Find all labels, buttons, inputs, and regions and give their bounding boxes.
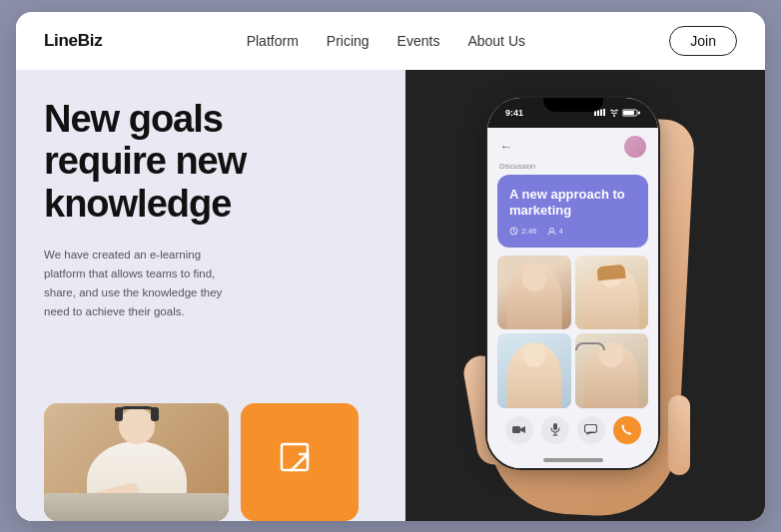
svg-rect-12 bbox=[553, 423, 557, 430]
phone-avatar bbox=[624, 136, 646, 158]
svg-rect-1 bbox=[594, 111, 596, 116]
join-button[interactable]: Join bbox=[669, 26, 737, 56]
video-cell-1 bbox=[497, 256, 571, 329]
nav-links: Platform Pricing Events About Us bbox=[247, 33, 525, 49]
phone-action-bar bbox=[487, 408, 658, 452]
svg-rect-2 bbox=[597, 111, 599, 117]
nav-link-about[interactable]: About Us bbox=[467, 33, 525, 49]
hero-bottom-row bbox=[44, 403, 378, 521]
phone-video-btn[interactable] bbox=[505, 416, 533, 444]
nav-link-platform[interactable]: Platform bbox=[247, 33, 299, 49]
svg-rect-11 bbox=[512, 426, 520, 433]
svg-rect-3 bbox=[600, 110, 602, 117]
video-cell-3 bbox=[497, 333, 571, 407]
phone-back-button[interactable]: ← bbox=[499, 139, 512, 154]
phone-meeting-card[interactable]: A new approach to marketing 2:46 4 bbox=[497, 175, 648, 249]
hero-heading: New goals require new knowledge bbox=[44, 98, 378, 227]
svg-point-10 bbox=[549, 229, 553, 233]
hero-photo bbox=[44, 403, 229, 521]
phone-duration: 2:46 bbox=[521, 227, 537, 236]
phone-call-btn[interactable] bbox=[613, 416, 641, 444]
hero-cta-box[interactable] bbox=[241, 403, 359, 521]
hero-subtext: We have created an e-learning platform t… bbox=[44, 246, 229, 321]
phone-card-meta: 2:46 4 bbox=[509, 227, 636, 236]
phone-mockup: 9:41 ← bbox=[475, 86, 695, 505]
arrow-diagonal-icon bbox=[278, 440, 322, 484]
hero-left-panel: New goals require new knowledge We have … bbox=[16, 70, 405, 521]
phone-device: 9:41 ← bbox=[485, 96, 660, 470]
nav-link-events[interactable]: Events bbox=[397, 33, 440, 49]
nav-link-pricing[interactable]: Pricing bbox=[327, 33, 370, 49]
phone-topbar: ← bbox=[487, 128, 658, 162]
phone-attendees: 4 bbox=[559, 227, 563, 236]
hero-section: New goals require new knowledge We have … bbox=[16, 70, 765, 521]
video-cell-4 bbox=[575, 333, 649, 407]
phone-chat-btn[interactable] bbox=[577, 416, 605, 444]
page-container: LineBiz Platform Pricing Events About Us… bbox=[16, 12, 765, 521]
svg-rect-4 bbox=[603, 109, 605, 116]
phone-home-indicator bbox=[487, 452, 658, 468]
phone-card-title: A new approach to marketing bbox=[509, 187, 636, 220]
brand-logo: LineBiz bbox=[44, 31, 102, 51]
svg-point-5 bbox=[613, 115, 615, 117]
svg-rect-8 bbox=[638, 111, 640, 114]
phone-content: ← Discussion A new approach to marketing… bbox=[487, 128, 658, 468]
phone-discussion-label: Discussion bbox=[487, 162, 658, 171]
svg-rect-15 bbox=[585, 425, 597, 433]
hero-right-panel: 9:41 ← bbox=[405, 70, 765, 521]
video-cell-2 bbox=[575, 256, 649, 329]
phone-mic-btn[interactable] bbox=[541, 416, 569, 444]
phone-video-grid bbox=[497, 256, 648, 408]
navbar: LineBiz Platform Pricing Events About Us… bbox=[16, 12, 765, 70]
svg-rect-7 bbox=[623, 111, 634, 115]
phone-time: 9:41 bbox=[505, 108, 523, 118]
phone-status-icons bbox=[594, 109, 640, 117]
